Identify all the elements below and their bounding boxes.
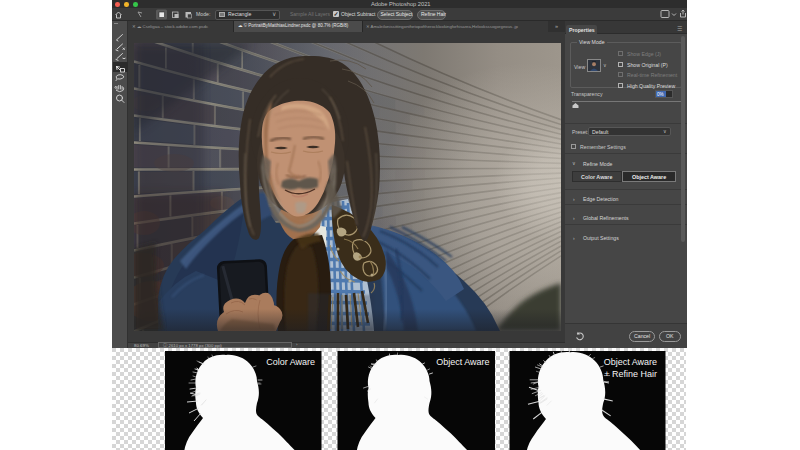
svg-text:Object Aware: Object Aware bbox=[436, 357, 489, 367]
svg-text:Color Aware: Color Aware bbox=[266, 357, 315, 367]
svg-text:+ Refine Hair: + Refine Hair bbox=[604, 369, 657, 379]
svg-text:Object Aware: Object Aware bbox=[604, 357, 657, 367]
